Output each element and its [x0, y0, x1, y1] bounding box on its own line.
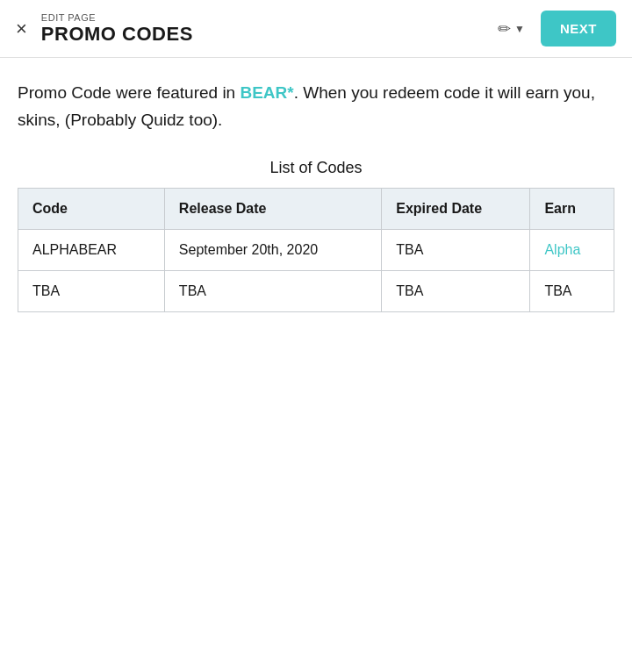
bear-link[interactable]: BEAR*	[240, 83, 293, 102]
header-title: PROMO CODES	[41, 23, 193, 46]
cell-earn: TBA	[530, 270, 614, 311]
codes-table: Code Release Date Expired Date Earn ALPH…	[18, 188, 614, 312]
cell-release-date: September 20th, 2020	[164, 229, 381, 270]
edit-button[interactable]: ✏ ▼	[491, 14, 532, 44]
cell-code: TBA	[18, 270, 165, 311]
cell-earn[interactable]: Alpha	[530, 229, 614, 270]
cell-release-date: TBA	[164, 270, 381, 311]
col-header-release-date: Release Date	[164, 188, 381, 229]
chevron-down-icon: ▼	[514, 23, 525, 35]
pencil-icon: ✏	[498, 19, 511, 39]
table-row: TBATBATBATBA	[18, 270, 614, 311]
cell-expired-date: TBA	[382, 229, 530, 270]
cell-expired-date: TBA	[382, 270, 530, 311]
next-button[interactable]: NEXT	[541, 11, 616, 46]
description-before: Promo Code were featured in	[18, 83, 240, 102]
table-row: ALPHABEARSeptember 20th, 2020TBAAlpha	[18, 229, 614, 270]
header: × EDIT PAGE PROMO CODES ✏ ▼ NEXT	[0, 0, 632, 58]
cell-code: ALPHABEAR	[18, 229, 165, 270]
col-header-earn: Earn	[530, 188, 614, 229]
header-left: × EDIT PAGE PROMO CODES	[16, 12, 193, 46]
table-section: List of Codes Code Release Date Expired …	[18, 159, 614, 312]
header-right: ✏ ▼ NEXT	[491, 11, 616, 46]
close-button[interactable]: ×	[16, 19, 27, 39]
header-subtitle: EDIT PAGE	[41, 12, 193, 23]
description-text: Promo Code were featured in BEAR*. When …	[18, 79, 614, 134]
col-header-expired-date: Expired Date	[382, 188, 530, 229]
content-area: Promo Code were featured in BEAR*. When …	[0, 58, 632, 330]
header-title-block: EDIT PAGE PROMO CODES	[41, 12, 193, 46]
table-header-row: Code Release Date Expired Date Earn	[18, 188, 614, 229]
table-title: List of Codes	[18, 159, 614, 177]
col-header-code: Code	[18, 188, 165, 229]
